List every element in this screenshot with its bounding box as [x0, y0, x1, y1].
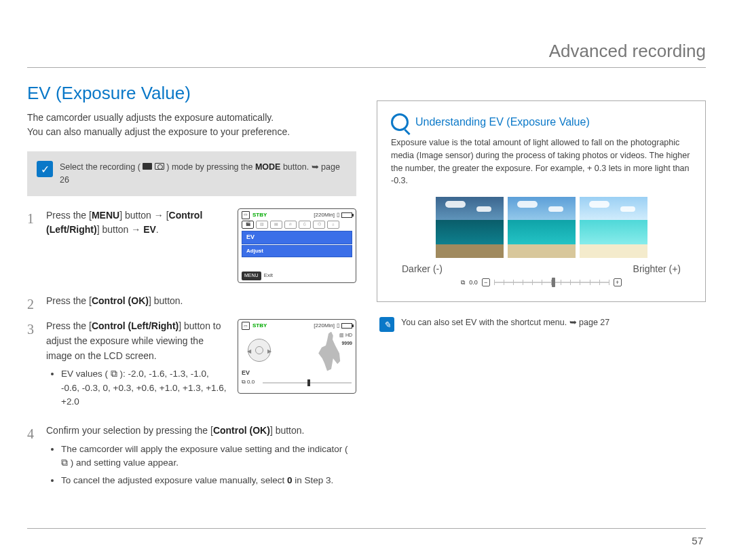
step4-bullet-2: To cancel the adjusted exposure value ma… [61, 474, 356, 487]
step4-ctrl-ok: Control (OK) [213, 425, 270, 436]
step1-text-c: ] button → [97, 224, 143, 235]
prerequisite-box: ✓ Select the recording ( ) mode by press… [27, 151, 356, 196]
minus-icon: − [482, 278, 490, 286]
intro-line-2: You can also manually adjust the exposur… [27, 126, 290, 137]
step-2: Press the [Control (OK)] button. [27, 294, 356, 320]
exit-label: Exit [264, 272, 273, 280]
page-number: 57 [692, 535, 703, 546]
plus-icon: + [614, 278, 622, 286]
info-body: Exposure value is the total amount of li… [391, 136, 692, 187]
step4-bullet1a: The camcorder will apply the exposure va… [61, 444, 347, 454]
example-photo-bright [580, 197, 647, 258]
step1-text-a: Press the [ [46, 210, 92, 221]
lcd-mock-menu: ▭ STBY [220Min] ▯ 🎬 [238, 208, 356, 283]
menu-tag: MENU [242, 272, 261, 280]
sd-icon-2: ▭ [242, 322, 250, 330]
shortcut-note: ✎ You can also set EV with the shortcut … [377, 317, 706, 332]
step2-text-a: Press the [ [46, 295, 92, 306]
ev-indicator-icon-4: ⧉ [461, 279, 465, 286]
lcd-ev-label: EV [242, 369, 250, 378]
page-footer-rule [27, 528, 706, 529]
right-arrow-icon-2: ➥ [569, 318, 577, 327]
info-title: Understanding EV (Exposure Value) [415, 116, 590, 128]
right-arrow-icon: ➥ [312, 162, 319, 172]
step-4: Confirm your selection by pressing the [… [27, 424, 356, 502]
time-remaining: [220Min] [314, 211, 335, 219]
battery-icon-2 [341, 323, 352, 329]
ic-3: ▤ [270, 221, 282, 229]
darker-label: Darker (-) [402, 263, 443, 274]
step4-bullet2a: To cancel the adjusted exposure value ma… [61, 475, 287, 485]
exposure-example-strip [391, 197, 692, 258]
info-box: Understanding EV (Exposure Value) Exposu… [377, 100, 706, 302]
step1-menu: MENU [92, 210, 119, 221]
ev-indicator-icon-3: ⧉ [61, 458, 68, 468]
example-photo-dark [436, 197, 504, 258]
checkmark-icon: ✓ [37, 161, 53, 177]
ic-6: ⌬ [313, 221, 325, 229]
step3-bullet: EV values ( ⧉ ): -2.0, -1.6, -1.3, -1.0,… [61, 367, 227, 409]
stby-label-2: STBY [252, 322, 267, 330]
time-remaining-2: [220Min] [314, 322, 335, 330]
ic-movie: 🎬 [242, 221, 254, 229]
example-photo-mid [508, 197, 576, 258]
step4-text-b: ] button. [270, 425, 305, 436]
step4-bullet2b: in Step 3. [295, 475, 333, 485]
ev-indicator-icon-2: ⧉ [242, 378, 246, 386]
info-slider: ⧉ 0.0 − + [391, 278, 692, 286]
shortcut-page-ref: page 27 [579, 318, 609, 327]
ic-4: ⎚ [284, 221, 297, 229]
step2-text-b: ] button. [149, 295, 183, 306]
battery-icon [341, 212, 352, 218]
section-heading: EV (Exposure Value) [27, 83, 356, 104]
step4-bullet-1: The camcorder will apply the exposure va… [61, 443, 356, 470]
prereq-pre: Select the recording ( [60, 162, 140, 172]
photo-mode-icon [155, 163, 164, 170]
lcd-ev-slider [263, 381, 352, 385]
prereq-tail: button. [283, 162, 312, 172]
chapter-title: Advanced recording [27, 41, 706, 68]
intro-line-1: The camcorder usually adjusts the exposu… [27, 112, 274, 123]
card-icon-2: ▯ [337, 322, 339, 330]
step1-ev: EV [143, 224, 156, 235]
video-mode-icon [143, 163, 152, 170]
step-1: Press the [MENU] button → [Control (Left… [27, 208, 356, 294]
shortcut-text: You can also set EV with the shortcut me… [401, 318, 569, 327]
step-3: Press the [Control (Left/Right)] button … [27, 319, 356, 424]
step2-ctrl-ok: Control (OK) [92, 295, 149, 306]
sd-icon: ▭ [242, 211, 250, 219]
step1-text-b: ] button → [ [119, 210, 168, 221]
step4-text-a: Confirm your selection by pressing the [ [46, 425, 213, 436]
step3-text-a: Press the [ [46, 320, 92, 331]
lcd-menu-ev: EV [242, 231, 352, 244]
prereq-post: ) mode by pressing the [166, 162, 255, 172]
step3-bullet-a: EV values ( [61, 369, 108, 379]
lcd-icon-row: 🎬 ▥ ▤ ⎚ ⎙ ⌬ ⍙ [238, 219, 356, 230]
step4-bullet1b: ) and setting value appear. [71, 458, 178, 468]
lcd-ev-value: 0.0 [247, 378, 255, 386]
step1-text-d: . [156, 224, 159, 235]
mode-label: MODE [255, 162, 281, 172]
card-icon: ▯ [337, 211, 339, 219]
brighter-label: Brighter (+) [633, 263, 681, 274]
ic-5: ⎙ [299, 221, 311, 229]
ic-7: ⍙ [327, 221, 339, 229]
ev-indicator-icon: ⧉ [111, 369, 117, 379]
note-icon: ✎ [379, 317, 394, 332]
stby-label: STBY [252, 211, 267, 219]
step4-zero: 0 [287, 475, 293, 485]
lcd-menu-adjust: Adjust [242, 245, 352, 257]
magnifier-icon [391, 113, 409, 131]
info-slider-value: 0.0 [469, 279, 478, 286]
control-pad-icon: ◀▶ [248, 339, 271, 362]
silhouette-figure [316, 332, 343, 371]
lcd-mock-adjust: ▭ STBY [220Min] ▯ ▥ HD 9999 [238, 319, 356, 394]
ic-2: ▥ [256, 221, 268, 229]
step3-ctrl-lr: Control (Left/Right) [92, 320, 178, 331]
